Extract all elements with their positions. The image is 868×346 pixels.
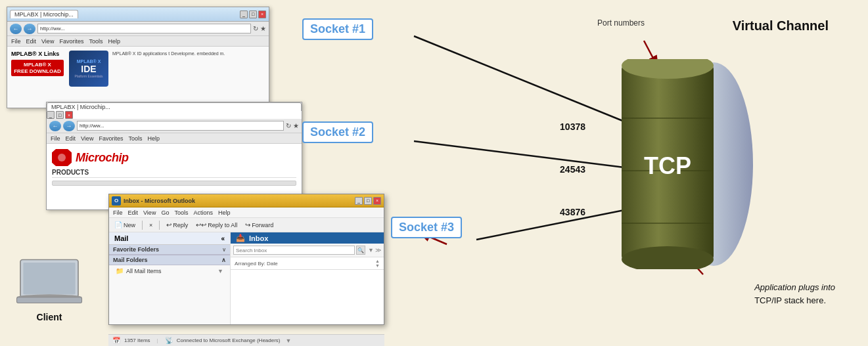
new-button[interactable]: 📄 New xyxy=(112,221,138,229)
virtual-channel-label: Virtual Channel xyxy=(733,18,829,33)
menu-favorites[interactable]: Favorites xyxy=(59,38,83,45)
ol-menu-help[interactable]: Help xyxy=(218,209,231,216)
socket1-label: Socket #1 xyxy=(302,18,373,40)
download-button[interactable]: MPLAB® XFREE DOWNLOAD xyxy=(11,60,64,76)
reply-button[interactable]: ↩ Reply xyxy=(164,221,191,229)
scroll-arrows[interactable]: ▲ ▼ xyxy=(375,259,380,268)
svg-text:TCP: TCP xyxy=(644,152,691,179)
browser2-menu-bar: File Edit View Favorites Tools Help xyxy=(47,133,302,144)
search-expand[interactable]: ≫ xyxy=(375,247,381,253)
ol-menu-file[interactable]: File xyxy=(113,209,123,216)
minimize-button[interactable]: _ xyxy=(240,11,248,18)
horizontal-scrollbar[interactable] xyxy=(52,181,296,186)
dropdown-arrow[interactable]: ▼ xyxy=(217,268,223,274)
laptop-svg xyxy=(13,256,85,307)
back-button[interactable]: ← xyxy=(10,24,22,34)
b2-menu-view[interactable]: View xyxy=(81,135,93,142)
ol-menu-go[interactable]: Go xyxy=(161,209,169,216)
svg-line-1 xyxy=(414,141,624,167)
folder-icon: 📁 xyxy=(116,267,124,274)
browser2-toolbar: ← → http://ww... ↻ ★ xyxy=(47,119,302,133)
outlook-toolbar: 📄 New × ↩ Reply ↩↩ Reply to All ↪ Forwar… xyxy=(109,218,384,232)
browser1-tab[interactable]: MPLABX | Microchip... xyxy=(10,10,78,18)
search-input[interactable] xyxy=(233,246,355,255)
b2-menu-favorites[interactable]: Favorites xyxy=(99,135,123,142)
search-bar: 🔍 ▼ ≫ xyxy=(231,244,384,257)
star-button[interactable]: ★ xyxy=(260,25,266,32)
tcp-cylinder-svg: TCP xyxy=(612,59,756,269)
ol-minimize-button[interactable]: _ xyxy=(355,197,363,205)
mail-folders-header: Mail Folders ∧ xyxy=(109,255,230,265)
status-dropdown[interactable]: ▼ xyxy=(286,337,292,344)
ol-menu-edit[interactable]: Edit xyxy=(128,209,139,216)
b2-menu-edit[interactable]: Edit xyxy=(66,135,76,142)
menu-view[interactable]: View xyxy=(41,38,54,45)
ol-menu-actions[interactable]: Actions xyxy=(193,209,213,216)
brand-name: Microchip xyxy=(76,151,129,165)
toolbar-separator-1 xyxy=(142,221,143,230)
chip-icon xyxy=(52,149,72,166)
b2-star-button[interactable]: ★ xyxy=(293,122,299,129)
forward-button[interactable]: → xyxy=(24,24,35,34)
browser2-win-controls: _ □ × xyxy=(47,111,302,119)
socket3-label: Socket #3 xyxy=(391,217,462,238)
ide-text: IDE xyxy=(81,64,96,74)
microchip-logo: Microchip xyxy=(52,149,296,166)
menu-edit[interactable]: Edit xyxy=(26,38,37,45)
svg-line-2 xyxy=(476,210,624,240)
menu-file[interactable]: File xyxy=(11,38,21,45)
b2-restore-button[interactable]: □ xyxy=(56,111,64,119)
b2-menu-help[interactable]: Help xyxy=(147,135,160,142)
b2-menu-file[interactable]: File xyxy=(51,135,60,142)
svg-rect-9 xyxy=(17,297,82,303)
ol-menu-tools[interactable]: Tools xyxy=(174,209,188,216)
forward-button[interactable]: ↪ Forward xyxy=(242,221,276,229)
b2-refresh-button[interactable]: ↻ xyxy=(286,122,291,129)
delete-button[interactable]: × xyxy=(147,221,155,229)
b2-forward-button[interactable]: → xyxy=(63,121,75,131)
port-label-2: 24543 xyxy=(560,164,585,175)
all-mail-items-item[interactable]: 📁 All Mail Items ▼ xyxy=(109,265,230,276)
outlook-window: O Inbox - Microsoft Outlook _ □ × File E… xyxy=(108,194,384,325)
browser2-tab[interactable]: MPLABX | Microchip... xyxy=(47,102,302,111)
products-label: PRODUCTS xyxy=(52,169,296,178)
mplab-logo-area: MPLAB® X IDE Platform Essentials MPLAB® … xyxy=(69,51,225,104)
ol-close-button[interactable]: × xyxy=(373,197,381,205)
search-dropdown[interactable]: ▼ xyxy=(368,247,374,253)
mail-folders-expand-icon[interactable]: ∧ xyxy=(221,257,226,263)
browser1-toolbar: ← → http://ww... ↻ ★ xyxy=(7,22,269,36)
outlook-main: 📥 Inbox 🔍 ▼ ≫ Arranged By: Date ▲ ▼ xyxy=(231,232,384,324)
ide-logo: MPLAB® X IDE Platform Essentials xyxy=(69,51,108,87)
ol-restore-button[interactable]: □ xyxy=(364,197,372,205)
favorite-folders-header: Favorite Folders ∨ xyxy=(109,245,230,255)
arranged-by-bar: Arranged By: Date ▲ ▼ xyxy=(231,257,384,270)
outlook-win-controls: _ □ × xyxy=(355,197,381,205)
menu-help[interactable]: Help xyxy=(108,38,120,45)
tcp-cylinder-area: TCP xyxy=(612,59,756,272)
ol-menu-view[interactable]: View xyxy=(143,209,156,216)
close-button[interactable]: × xyxy=(258,11,266,18)
b2-close-button[interactable]: × xyxy=(65,111,73,119)
reply-all-button[interactable]: ↩↩ Reply to All xyxy=(193,221,240,229)
refresh-button[interactable]: ↻ xyxy=(253,25,258,32)
b2-minimize-button[interactable]: _ xyxy=(47,111,55,119)
app-text: Application plugs into TCP/IP stack here… xyxy=(754,281,835,307)
b2-back-button[interactable]: ← xyxy=(49,121,61,131)
favorite-expand-icon[interactable]: ∨ xyxy=(222,247,226,253)
address-bar[interactable]: http://ww... xyxy=(37,24,251,33)
client-area: Client xyxy=(13,256,85,322)
collapse-icon[interactable]: « xyxy=(221,235,225,242)
browser1-content: MPLAB® X Links MPLAB® XFREE DOWNLOAD MPL… xyxy=(7,47,269,108)
menu-tools[interactable]: Tools xyxy=(89,38,103,45)
new-icon: 📄 xyxy=(114,221,122,228)
b2-address-bar[interactable]: http://ww... xyxy=(77,121,284,131)
b2-menu-tools[interactable]: Tools xyxy=(128,135,142,142)
ide-sub-text: Platform Essentials xyxy=(75,74,103,78)
browser1-tabs: MPLABX | Microchip... xyxy=(10,10,78,18)
svg-line-0 xyxy=(414,36,624,121)
restore-button[interactable]: □ xyxy=(249,11,257,18)
toolbar-separator-2 xyxy=(159,221,160,230)
search-button[interactable]: 🔍 xyxy=(356,246,365,255)
port-label-3: 43876 xyxy=(560,207,585,217)
inbox-icon: 📥 xyxy=(236,234,245,242)
